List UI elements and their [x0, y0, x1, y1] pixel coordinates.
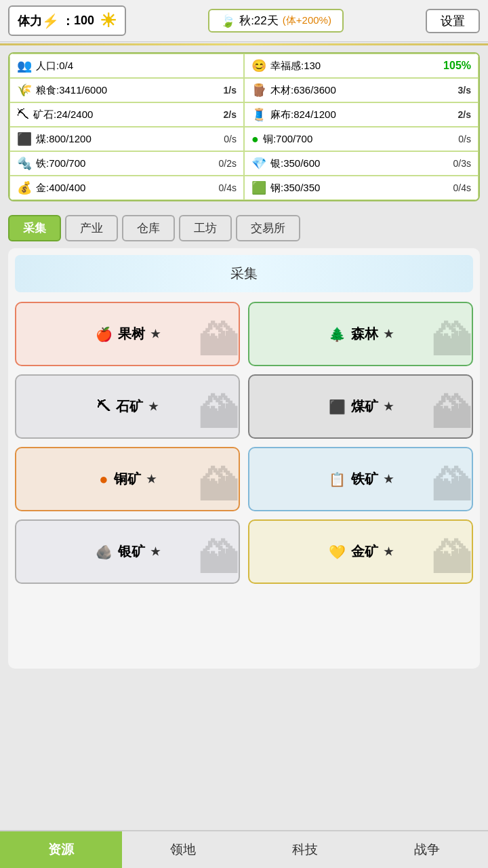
- stamina-label: 体力: [18, 13, 42, 29]
- nav-tech[interactable]: 科技: [244, 831, 366, 868]
- coal-star: ★: [384, 400, 393, 413]
- iron-star: ★: [384, 473, 393, 486]
- stamina-box: 体力 ⚡ ： 100 ☀: [8, 5, 126, 36]
- tab-warehouse[interactable]: 仓库: [122, 215, 175, 241]
- ore-icon: ⛏: [17, 108, 29, 122]
- card-fruit-tree[interactable]: 🏔 🍎 果树 ★: [15, 302, 240, 366]
- gold-star: ★: [384, 545, 393, 558]
- silver-icon: 💎: [251, 156, 266, 171]
- nav-resources[interactable]: 资源: [0, 831, 122, 868]
- nav-war[interactable]: 战争: [366, 831, 488, 868]
- food-cell: 🌾 粮食:3411/6000 1/s: [9, 78, 244, 102]
- silver-rate: 0/3s: [453, 158, 471, 169]
- coal-text: 煤矿: [351, 397, 378, 416]
- happiness-cell: 😊 幸福感:130 105%: [244, 54, 479, 78]
- wood-rate: 3/s: [458, 85, 471, 96]
- tab-gather[interactable]: 采集: [8, 215, 61, 241]
- copper-cell: ● 铜:700/700 0/s: [244, 127, 479, 151]
- coal-mine-icon: ⬛: [329, 399, 346, 415]
- tab-exchange[interactable]: 交易所: [236, 215, 300, 241]
- fruit-icon: 🍎: [96, 326, 113, 342]
- silver-mine-icon: 🪨: [96, 544, 113, 560]
- card-stone-mine[interactable]: 🏔 ⛏ 石矿 ★: [15, 374, 240, 439]
- coal-cell: ⬛ 煤:800/1200 0/s: [9, 127, 244, 151]
- settings-button[interactable]: 设置: [426, 9, 480, 33]
- ore-cell: ⛏ 矿石:24/2400 2/s: [9, 102, 244, 127]
- iron-icon: 🔩: [17, 156, 32, 171]
- stone-text: 石矿: [116, 397, 143, 416]
- card-forest[interactable]: 🏔 🌲 森林 ★: [248, 302, 473, 366]
- cards-grid: 🏔 🍎 果树 ★ 🏔 🌲 森林 ★ 🏔 ⛏ 石矿 ★: [15, 302, 473, 584]
- separator-line: [0, 43, 488, 45]
- cloth-value: 麻布:824/1200: [270, 108, 336, 121]
- ore-rate: 2/s: [224, 109, 237, 120]
- happiness-percent: 105%: [443, 60, 471, 72]
- steel-cell: 🟩 钢:350/350 0/4s: [244, 176, 479, 200]
- wood-value: 木材:636/3600: [270, 84, 336, 97]
- tab-workshop[interactable]: 工坊: [179, 215, 232, 241]
- season-bonus: (体+200%): [283, 14, 331, 27]
- stone-icon: ⛏: [97, 399, 110, 414]
- silver-value: 银:350/600: [270, 157, 320, 170]
- card-label-forest: 🌲 森林 ★: [329, 325, 393, 343]
- iron-text: 铁矿: [351, 470, 378, 488]
- coal-rate: 0/s: [224, 134, 237, 144]
- card-label-gold: 💛 金矿 ★: [329, 542, 393, 561]
- copper-text: 铜矿: [114, 470, 141, 488]
- happiness-icon: 😊: [251, 58, 266, 73]
- card-label-copper: ● 铜矿 ★: [99, 470, 155, 488]
- card-label-coal: ⬛ 煤矿 ★: [329, 397, 393, 416]
- tab-industry[interactable]: 产业: [65, 215, 118, 241]
- food-value: 粮食:3411/6000: [36, 84, 107, 97]
- resource-grid: 👥 人口:0/4 😊 幸福感:130 105% 🌾 粮食:3411/6000 1…: [9, 54, 479, 200]
- stamina-colon: ：: [62, 13, 74, 29]
- card-gold-mine[interactable]: 🏔 💛 金矿 ★: [248, 519, 473, 584]
- gold-mine-icon: 💛: [329, 544, 346, 560]
- gold-icon: 💰: [17, 180, 32, 195]
- sun-icon: ☀: [100, 9, 117, 32]
- stamina-icon: ⚡: [42, 13, 59, 29]
- top-bar: 体力 ⚡ ： 100 ☀ 🍃 秋:22天 (体+200%) 设置: [0, 0, 488, 42]
- card-coal-mine[interactable]: 🏔 ⬛ 煤矿 ★: [248, 374, 473, 439]
- gold-cell: 💰 金:400/400 0/4s: [9, 176, 244, 200]
- iron-mine-icon: 📋: [329, 471, 346, 488]
- season-leaf-icon: 🍃: [220, 14, 235, 28]
- nav-territory[interactable]: 领地: [122, 831, 244, 868]
- season-box: 🍃 秋:22天 (体+200%): [208, 9, 344, 33]
- silver-text: 银矿: [118, 542, 145, 561]
- silver-cell: 💎 银:350/600 0/3s: [244, 151, 479, 176]
- card-copper-mine[interactable]: 🏔 ● 铜矿 ★: [15, 447, 240, 511]
- ore-value: 矿石:24/2400: [33, 108, 93, 121]
- stamina-value: 100: [74, 14, 94, 28]
- content-title: 采集: [230, 266, 258, 281]
- iron-rate: 0/2s: [219, 158, 237, 169]
- forest-star: ★: [384, 328, 393, 340]
- iron-cell: 🔩 铁:700/700 0/2s: [9, 151, 244, 176]
- resource-panel: 👥 人口:0/4 😊 幸福感:130 105% 🌾 粮食:3411/6000 1…: [8, 52, 480, 201]
- copper-rate: 0/s: [458, 134, 471, 144]
- steel-rate: 0/4s: [453, 182, 471, 193]
- cloth-cell: 🧵 麻布:824/1200 2/s: [244, 102, 479, 127]
- season-text: 秋:22天: [239, 13, 279, 28]
- food-icon: 🌾: [17, 83, 32, 98]
- card-label-stone: ⛏ 石矿 ★: [97, 397, 158, 416]
- forest-text: 森林: [351, 325, 378, 343]
- population-cell: 👥 人口:0/4: [9, 54, 244, 78]
- tabs-row: 采集 产业 仓库 工坊 交易所: [0, 208, 488, 241]
- wood-cell: 🪵 木材:636/3600 3/s: [244, 78, 479, 102]
- card-label-silver: 🪨 银矿 ★: [96, 542, 160, 561]
- happiness-value: 幸福感:130: [270, 60, 321, 73]
- copper-value: 铜:700/700: [263, 133, 312, 146]
- wood-icon: 🪵: [251, 83, 266, 98]
- card-silver-mine[interactable]: 🏔 🪨 银矿 ★: [15, 519, 240, 584]
- gold-value: 金:400/400: [36, 182, 85, 195]
- copper-icon: ●: [251, 132, 259, 146]
- food-rate: 1/s: [224, 85, 237, 96]
- card-label-fruit: 🍎 果树 ★: [96, 325, 160, 343]
- card-iron-mine[interactable]: 🏔 📋 铁矿 ★: [248, 447, 473, 511]
- copper-mine-icon: ●: [99, 471, 108, 488]
- silver-star: ★: [150, 545, 160, 558]
- cloth-rate: 2/s: [458, 109, 471, 120]
- iron-value: 铁:700/700: [36, 157, 85, 170]
- fruit-star: ★: [150, 328, 160, 340]
